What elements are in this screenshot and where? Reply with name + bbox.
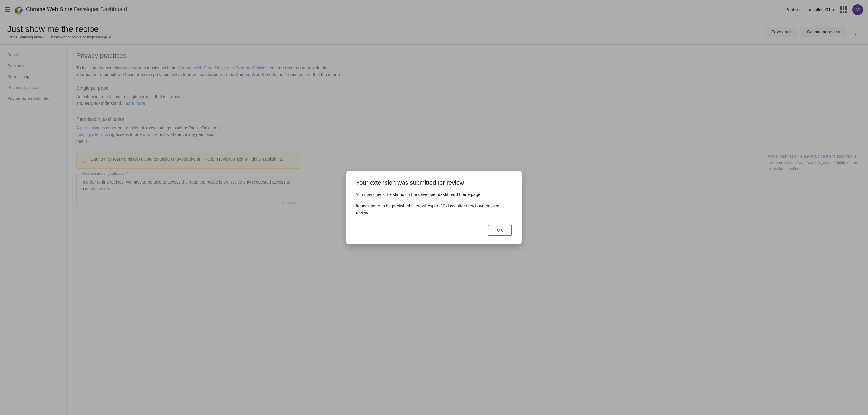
- dialog-body: You may check the status on the develope…: [356, 191, 512, 216]
- ok-button[interactable]: OK: [488, 225, 512, 236]
- dialog: Your extension was submitted for review …: [346, 171, 522, 244]
- dialog-body-line-2: Items staged to be published later will …: [356, 203, 512, 216]
- modal-overlay: Your extension was submitted for review …: [0, 0, 868, 415]
- dialog-actions: OK: [356, 225, 512, 236]
- dialog-body-line-1: You may check the status on the develope…: [356, 191, 512, 198]
- dialog-title: Your extension was submitted for review: [356, 179, 512, 186]
